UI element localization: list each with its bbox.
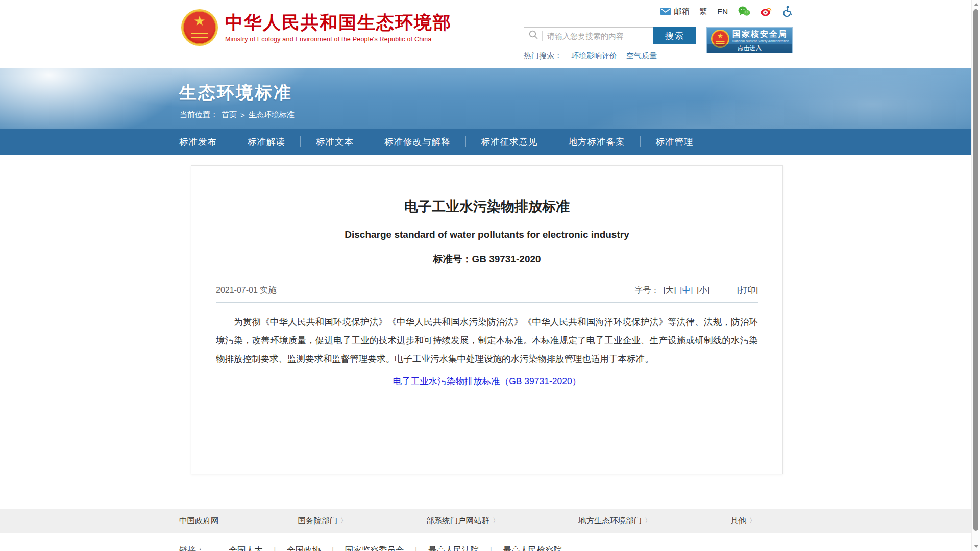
footer-bottom-links: 链接： 全国人大 | 全国政协 | 国家监察委员会 | 最高人民法院 | 最高人… (179, 545, 573, 551)
content-area: 电子工业水污染物排放标准 Discharge standard of water… (0, 155, 980, 509)
hot-search-link-eia[interactable]: 环境影响评价 (571, 51, 617, 61)
article-title-en: Discharge standard of water pollutants f… (191, 229, 782, 240)
footer-link-local-departments[interactable]: 地方生态环境部门 〉 (578, 516, 651, 527)
breadcrumb: 当前位置： 首页 > 生态环境标准 (180, 110, 295, 120)
chevron-right-icon: 〉 (749, 516, 756, 525)
article-title: 电子工业水污染物排放标准 (191, 197, 782, 216)
vertical-scrollbar[interactable] (971, 0, 980, 551)
footer-link-state-council[interactable]: 国务院部门 〉 (298, 516, 348, 527)
footer-link-gov[interactable]: 中国政府网 (179, 516, 219, 527)
attachment-row: 电子工业水污染物排放标准（GB 39731-2020） (191, 375, 782, 387)
breadcrumb-home-link[interactable]: 首页 (222, 110, 237, 120)
envelope-icon (660, 8, 671, 15)
attachment-link[interactable]: 电子工业水污染物排放标准（GB 39731-2020） (393, 376, 581, 386)
nnsa-subtitle: National Nuclear Safety Administration (732, 39, 789, 43)
section-nav: 标准发布 标准解读 标准文本 标准修改与解释 标准征求意见 地方标准备案 标准管… (0, 129, 980, 155)
wheelchair-icon (782, 6, 793, 17)
footer-bottom-divider (179, 538, 783, 538)
nav-item-standard-management[interactable]: 标准管理 (641, 129, 709, 155)
hot-search-label: 热门搜索： (524, 51, 562, 61)
wechat-icon (738, 6, 750, 16)
footer-band: 中国政府网 国务院部门 〉 部系统门户网站群 〉 地方生态环境部门 〉 其他 〉 (0, 509, 980, 533)
font-size-large-button[interactable]: [大] (663, 285, 676, 296)
scrollbar-up-arrow-icon[interactable] (974, 3, 979, 6)
hot-search-link-air[interactable]: 空气质量 (626, 51, 657, 61)
font-size-small-button[interactable]: [小] (697, 285, 709, 296)
nav-item-standard-amendment[interactable]: 标准修改与解释 (369, 129, 466, 155)
article-body: 为贯彻《中华人民共和国环境保护法》《中华人民共和国水污染防治法》《中华人民共和国… (216, 313, 758, 368)
standard-number: 标准号：GB 39731-2020 (191, 253, 782, 266)
breadcrumb-label: 当前位置： (180, 110, 218, 120)
site-subtitle: Ministry of Ecology and Environment of t… (225, 36, 452, 43)
mail-link[interactable]: 邮箱 (660, 7, 689, 16)
implementation-date: 2021-07-01 实施 (216, 285, 276, 296)
chevron-right-icon: 〉 (340, 516, 347, 525)
print-button[interactable]: [打印] (737, 285, 758, 296)
national-emblem-icon: ★ (181, 9, 218, 46)
bottom-link-npc[interactable]: 全国人大 (218, 545, 274, 551)
traditional-chinese-toggle[interactable]: 繁 (699, 7, 707, 16)
weibo-link[interactable] (761, 6, 772, 16)
page-title: 生态环境标准 (179, 81, 292, 105)
nnsa-enter-label: 点击进入 (707, 44, 792, 53)
weibo-icon (761, 6, 772, 16)
nnsa-banner-link[interactable]: ★ 国家核安全局 National Nuclear Safety Adminis… (706, 27, 793, 53)
footer-link-others[interactable]: 其他 〉 (730, 516, 756, 527)
hot-search-row: 热门搜索： 环境影响评价 空气质量 (524, 51, 696, 61)
bottom-link-supreme-procuratorate[interactable]: 最高人民检察院 (492, 545, 574, 551)
utility-row: 邮箱 繁 EN (660, 5, 793, 17)
meta-divider (216, 302, 758, 303)
nav-item-local-standard-filing[interactable]: 地方标准备案 (553, 129, 641, 155)
bottom-link-supervision[interactable]: 国家监察委员会 (334, 545, 415, 551)
breadcrumb-current: 生态环境标准 (249, 110, 295, 120)
font-size-label: 字号： (634, 285, 659, 296)
bottom-link-supreme-court[interactable]: 最高人民法院 (417, 545, 490, 551)
wechat-link[interactable] (738, 6, 750, 16)
nnsa-title: 国家核安全局 (732, 30, 789, 39)
nav-item-standard-comments[interactable]: 标准征求意见 (466, 129, 553, 155)
nav-item-standard-release[interactable]: 标准发布 (164, 129, 232, 155)
search-icon (529, 30, 538, 41)
accessibility-link[interactable] (782, 6, 793, 17)
footer-link-portal-sites[interactable]: 部系统门户网站群 〉 (426, 516, 499, 527)
nav-item-standard-interpretation[interactable]: 标准解读 (232, 129, 301, 155)
english-toggle[interactable]: EN (717, 7, 728, 16)
bottom-link-cppcc[interactable]: 全国政协 (276, 545, 332, 551)
search-input[interactable] (547, 28, 653, 43)
page-banner: 生态环境标准 当前位置： 首页 > 生态环境标准 (0, 68, 980, 129)
search-button[interactable]: 搜索 (653, 27, 696, 44)
article-card: 电子工业水污染物排放标准 Discharge standard of water… (191, 165, 783, 474)
chevron-right-icon: 〉 (493, 516, 499, 525)
article-meta-row: 2021-07-01 实施 字号： [大] [中] [小] [打印] (216, 285, 758, 296)
site-logo-group: ★ 中华人民共和国生态环境部 Ministry of Ecology and E… (181, 9, 452, 46)
scrollbar-down-arrow-icon[interactable] (974, 545, 979, 548)
site-title: 中华人民共和国生态环境部 (225, 12, 452, 33)
mail-label: 邮箱 (674, 7, 689, 16)
chevron-right-icon: 〉 (645, 516, 651, 525)
font-size-medium-button[interactable]: [中] (680, 285, 693, 296)
breadcrumb-separator: > (240, 111, 245, 119)
scrollbar-thumb[interactable] (973, 9, 978, 531)
links-label: 链接： (179, 545, 205, 551)
footer-bottom-section: 链接： 全国人大 | 全国政协 | 国家监察委员会 | 最高人民法院 | 最高人… (0, 533, 980, 551)
search-group: 搜索 热门搜索： 环境影响评价 空气质量 (524, 27, 696, 61)
nav-item-standard-text[interactable]: 标准文本 (301, 129, 369, 155)
site-header: ★ 中华人民共和国生态环境部 Ministry of Ecology and E… (0, 0, 980, 68)
